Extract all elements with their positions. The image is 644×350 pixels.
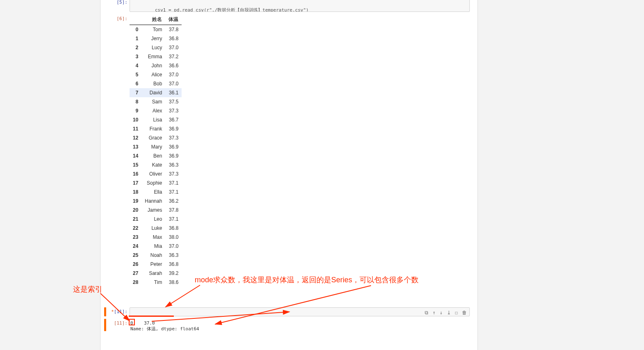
code-cell-11[interactable]: csv1["体温"].mode() ⧉ ↑ ↓ ⤓ ☐ 🗑 [130,307,470,316]
table-row: 5Alice37.0 [130,70,182,79]
cell-name: James [141,206,165,215]
row-index: 22 [130,224,141,233]
copy-icon[interactable]: ⧉ [425,309,428,316]
row-index: 18 [130,188,141,197]
cell-temp: 36.9 [165,151,182,160]
table-row: 2Lucy37.0 [130,43,182,52]
notebook-paper: [5]: csv1 = pd.read_csv(r"./数据分析【自我训练】te… [100,0,478,350]
cell-temp: 36.1 [165,88,182,97]
cell-temp: 38.6 [165,278,182,287]
row-index: 20 [130,206,141,215]
table-row: 24Mia37.0 [130,242,182,251]
row-index: 15 [130,160,141,169]
table-row: 16Oliver37.3 [130,169,182,178]
mode-output: 0 37.0 Name: 体温, dtype: float64 [130,319,470,334]
cell-temp: 36.8 [165,224,182,233]
move-up-icon[interactable]: ↑ [432,309,435,316]
cell-temp: 36.8 [165,260,182,269]
row-index: 0 [130,25,141,34]
download-icon[interactable]: ⤓ [447,309,451,316]
table-row: 11Frank36.9 [130,124,182,133]
row-index: 7 [130,88,141,97]
cell-temp: 36.3 [165,251,182,260]
row-index: 28 [130,278,141,287]
cell-name: Hannah [141,197,165,206]
in-prompt-5: [5]: [107,0,127,5]
col-name: 姓名 [141,14,165,25]
table-row: 27Sarah39.2 [130,269,182,278]
row-index: 25 [130,251,141,260]
table-row: 25Noah36.3 [130,251,182,260]
cell-temp: 36.3 [165,160,182,169]
cell-toolbar: ⧉ ↑ ↓ ⤓ ☐ 🗑 [425,309,467,316]
row-index: 19 [130,197,141,206]
cell-temp: 37.5 [165,97,182,106]
row-index: 26 [130,260,141,269]
table-row: 20James37.8 [130,206,182,215]
cell-name: Max [141,233,165,242]
cell-name: Bob [141,79,165,88]
cell-temp: 36.8 [165,34,182,43]
cell-temp: 36.2 [165,197,182,206]
table-row: 13Mary36.9 [130,142,182,151]
row-index: 16 [130,169,141,178]
cell-name: Emma [141,52,165,61]
row-index: 11 [130,124,141,133]
view-icon[interactable]: ☐ [455,309,458,316]
table-row: 10Lisa36.7 [130,115,182,124]
table-row: 8Sam37.5 [130,97,182,106]
table-row: 23Max38.0 [130,233,182,242]
code5-text: csv1 = pd.read_csv(r"./数据分析【自我训练】tempera… [133,7,309,12]
table-row: 18Ella37.1 [130,188,182,197]
cell-name: Alice [141,70,165,79]
cell-name: Jerry [141,34,165,43]
cell-name: Noah [141,251,165,260]
table-row: 26Peter36.8 [130,260,182,269]
cell-temp: 37.0 [165,79,182,88]
table-row: 12Grace37.3 [130,133,182,142]
cell-name: John [141,61,165,70]
mode-output-index: 0 [130,320,133,326]
cell-name: Mia [141,242,165,251]
move-down-icon[interactable]: ↓ [440,309,443,316]
row-index: 9 [130,106,141,115]
row-index: 6 [130,79,141,88]
cell-name: Leo [141,215,165,224]
cell-name: Oliver [141,169,165,178]
row-index: 8 [130,97,141,106]
table-row: 3Emma37.2 [130,52,182,61]
cell-name: Alex [141,106,165,115]
row-index: 5 [130,70,141,79]
row-index: 21 [130,215,141,224]
table-row: 22Luke36.8 [130,224,182,233]
mode-output-meta: Name: 体温, dtype: float64 [130,326,199,332]
cell-temp: 37.2 [165,52,182,61]
cell-name: Peter [141,260,165,269]
col-temp: 体温 [165,14,182,25]
row-index: 1 [130,34,141,43]
anno-text-index: 这是索引 [73,284,102,294]
row-index: 17 [130,178,141,188]
cell-name: Ben [141,151,165,160]
table-row: 14Ben36.9 [130,151,182,160]
mode-output-value: 37.0 [144,320,155,326]
cell-temp: 36.7 [165,115,182,124]
row-index: 2 [130,43,141,52]
table-row: 4John36.6 [130,61,182,70]
cell-name: Kate [141,160,165,169]
code-cell-5[interactable]: csv1 = pd.read_csv(r"./数据分析【自我训练】tempera… [130,0,470,12]
table-row: 21Leo37.1 [130,215,182,224]
cell-temp: 37.3 [165,106,182,115]
cell-name: Tom [141,25,165,34]
cell-temp: 37.8 [165,25,182,34]
cell-name: Sophie [141,178,165,188]
in-prompt-11: *[11]: [107,309,127,314]
out-prompt-11: [11]: [107,320,127,326]
cell-name: Lisa [141,115,165,124]
cell-temp: 37.0 [165,43,182,52]
table-row: 15Kate36.3 [130,160,182,169]
cell-name: Lucy [141,43,165,52]
cell-name: Grace [141,133,165,142]
cell-name: Frank [141,124,165,133]
delete-icon[interactable]: 🗑 [462,309,467,316]
